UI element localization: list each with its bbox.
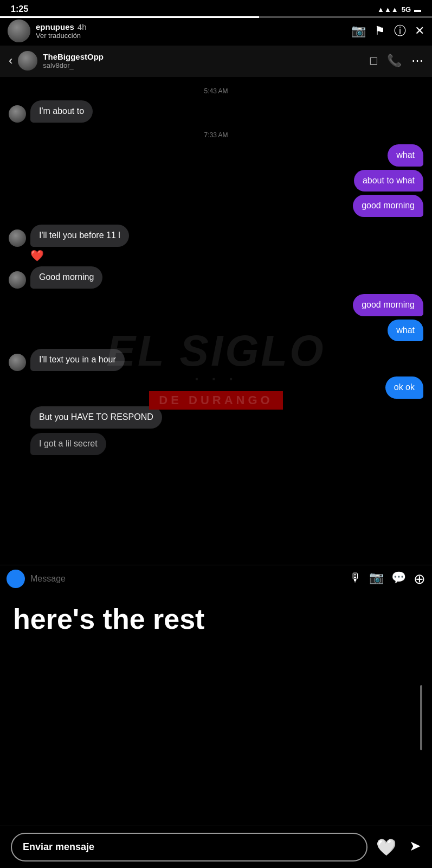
like-icon[interactable]: 🤍 (376, 838, 396, 857)
emoji-icon[interactable]: 💬 (391, 571, 406, 588)
message-row: good morning (9, 195, 423, 217)
message-row: what (9, 144, 423, 167)
bottom-icons: 🤍 ➤ (376, 838, 421, 857)
story-header: epnupues 4h Ver traducción 📷 ⚑ ⓘ ✕ (0, 16, 432, 46)
status-bar: 1:25 ▲▲▲ 5G ▬ (0, 0, 432, 16)
message-bubble: about to what (354, 170, 423, 192)
timestamp-1: 5:43 AM (9, 87, 423, 95)
send-icon[interactable]: ➤ (409, 838, 421, 857)
story-user-info: epnupues 4h Ver traducción (36, 22, 346, 40)
message-row: I'll text you in a hour (9, 349, 423, 371)
send-message-button[interactable]: Enviar mensaje (11, 833, 367, 861)
sender-avatar (9, 105, 26, 123)
message-row: ok ok (9, 376, 423, 399)
caption-text: here's the rest (13, 603, 419, 636)
message-row: I got a lil secret (9, 433, 423, 455)
signal-icon: ▲▲▲ (377, 5, 398, 14)
close-icon[interactable]: ✕ (415, 24, 424, 38)
message-bubble: good morning (353, 195, 423, 217)
flag-icon[interactable]: ⚑ (375, 24, 385, 38)
battery-icon: ▬ (414, 5, 421, 14)
spacer (0, 647, 432, 809)
dm-input-icons: 🎙 📷 💬 ⊕ (350, 571, 425, 588)
sender-avatar (9, 229, 26, 247)
message-bubble: Good morning (30, 266, 102, 289)
story-avatar (8, 20, 30, 42)
message-bubble: I'm about to (30, 100, 93, 123)
message-bubble: But you HAVE TO RESPOND (30, 406, 162, 429)
back-button[interactable]: ‹ (9, 54, 12, 68)
message-row: But you HAVE TO RESPOND (9, 406, 423, 429)
dm-header: ‹ TheBiggestOpp salv8dor_ □ 📞 ⋯ (0, 46, 432, 76)
more-options-icon[interactable]: ⋯ (411, 54, 423, 68)
add-icon[interactable]: ⊕ (414, 571, 425, 588)
message-bubble: I'll text you in a hour (30, 349, 125, 371)
caption-area: here's the rest (0, 592, 432, 647)
dm-input-bar: Message 🎙 📷 💬 ⊕ (0, 565, 432, 592)
video-call-icon[interactable]: □ (370, 54, 377, 68)
dm-handle: salv8dor_ (43, 61, 370, 69)
heart-reaction: ❤️ (30, 249, 423, 262)
message-row: Good morning (9, 266, 423, 289)
microphone-icon[interactable]: 🎙 (350, 571, 362, 588)
info-icon[interactable]: ⓘ (394, 23, 406, 39)
story-progress-fill (0, 16, 259, 18)
message-bubble: ok ok (385, 376, 423, 399)
sender-avatar (9, 354, 26, 371)
phone-icon[interactable]: 📞 (387, 54, 402, 68)
dm-header-icons: □ 📞 ⋯ (370, 54, 423, 68)
message-row: I'll tell you before 11 l (9, 225, 423, 247)
message-bubble: what (388, 320, 423, 342)
status-time: 1:25 (11, 4, 28, 14)
story-translate[interactable]: Ver traducción (36, 31, 346, 40)
message-row: I'm about to (9, 100, 423, 123)
story-progress-bar (0, 16, 432, 18)
status-icons: ▲▲▲ 5G ▬ (377, 5, 421, 14)
story-actions: 📷 ⚑ ⓘ ✕ (351, 23, 424, 39)
message-input[interactable]: Message (30, 574, 344, 584)
message-row: what (9, 320, 423, 342)
scroll-indicator (420, 685, 422, 750)
story-username-text: epnupues (36, 22, 74, 31)
dm-user-info: TheBiggestOpp salv8dor_ (43, 52, 370, 69)
messages-area: El Siglo · · · DE DURANGO 5:43 AM I'm ab… (0, 76, 432, 565)
dm-user-avatar (18, 51, 37, 71)
dm-input-avatar (7, 570, 25, 588)
message-bubble: what (388, 144, 423, 167)
timestamp-2: 7:33 AM (9, 131, 423, 139)
message-row: about to what (9, 170, 423, 192)
camera-icon[interactable]: 📷 (351, 24, 366, 38)
bottom-action-bar: Enviar mensaje 🤍 ➤ (0, 826, 432, 868)
message-row: good morning (9, 294, 423, 316)
message-bubble: I got a lil secret (30, 433, 106, 455)
dm-username: TheBiggestOpp (43, 52, 370, 61)
camera-input-icon[interactable]: 📷 (369, 571, 384, 588)
sender-avatar (9, 271, 26, 289)
network-type: 5G (402, 5, 411, 14)
message-bubble: I'll tell you before 11 l (30, 225, 129, 247)
message-bubble: good morning (353, 294, 423, 316)
story-time-ago: 4h (78, 22, 87, 31)
